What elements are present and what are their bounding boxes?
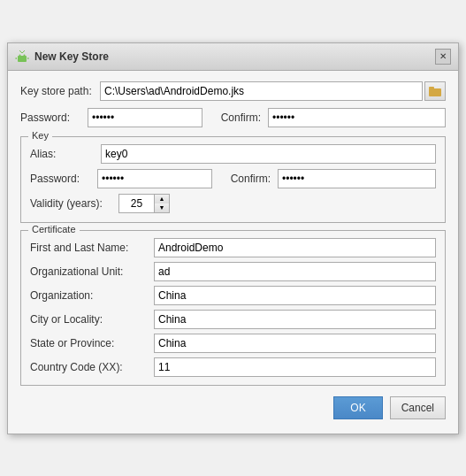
key-confirm-input[interactable] bbox=[278, 169, 436, 188]
key-confirm-label: Confirm: bbox=[219, 173, 271, 185]
keystore-path-input[interactable] bbox=[100, 81, 423, 101]
cert-label-4: State or Province: bbox=[30, 337, 154, 349]
new-key-store-dialog: New Key Store ✕ Key store path: Password… bbox=[7, 42, 459, 434]
svg-point-2 bbox=[24, 54, 26, 56]
cert-input-2[interactable] bbox=[154, 286, 436, 305]
validity-spinner: ▲ ▼ bbox=[118, 194, 170, 213]
cert-row-3: City or Locality: bbox=[30, 310, 436, 329]
cert-label-1: Organizational Unit: bbox=[30, 265, 154, 278]
key-password-label: Password: bbox=[30, 173, 90, 185]
keystore-path-row: Key store path: bbox=[20, 81, 446, 101]
ok-button[interactable]: OK bbox=[333, 396, 382, 419]
top-confirm-input[interactable] bbox=[268, 108, 446, 127]
key-group: Key Alias: Password: Confirm: Validity (… bbox=[20, 136, 446, 223]
svg-line-6 bbox=[22, 50, 25, 53]
key-password-row: Password: Confirm: bbox=[30, 169, 436, 188]
validity-label: Validity (years): bbox=[30, 197, 118, 210]
keystore-path-label: Key store path: bbox=[20, 85, 100, 97]
cert-label-3: City or Locality: bbox=[30, 313, 154, 326]
svg-line-5 bbox=[19, 50, 22, 53]
key-group-label: Key bbox=[28, 130, 52, 141]
alias-input[interactable] bbox=[101, 144, 436, 164]
cert-input-5[interactable] bbox=[154, 357, 436, 377]
cancel-button[interactable]: Cancel bbox=[390, 396, 446, 419]
close-button[interactable]: ✕ bbox=[435, 49, 451, 65]
svg-rect-8 bbox=[429, 87, 434, 89]
title-bar: New Key Store ✕ bbox=[8, 43, 458, 71]
certificate-group-label: Certificate bbox=[28, 224, 80, 234]
svg-rect-7 bbox=[429, 88, 441, 96]
button-row: OK Cancel bbox=[20, 396, 446, 423]
validity-input[interactable] bbox=[118, 194, 154, 213]
folder-icon bbox=[429, 86, 441, 96]
spinner-down-button[interactable]: ▼ bbox=[155, 203, 169, 212]
cert-input-4[interactable] bbox=[154, 334, 436, 353]
android-icon bbox=[15, 50, 29, 64]
top-password-label: Password: bbox=[20, 111, 80, 124]
svg-point-1 bbox=[19, 54, 21, 56]
cert-row-5: Country Code (XX): bbox=[30, 357, 436, 377]
spinner-buttons: ▲ ▼ bbox=[154, 194, 170, 213]
top-password-input[interactable] bbox=[88, 108, 202, 127]
alias-row: Alias: bbox=[30, 144, 436, 164]
cert-input-0[interactable] bbox=[154, 238, 436, 257]
cert-label-0: First and Last Name: bbox=[30, 242, 154, 254]
top-password-row: Password: Confirm: bbox=[20, 108, 446, 127]
key-password-input[interactable] bbox=[97, 169, 212, 188]
cert-row-4: State or Province: bbox=[30, 334, 436, 353]
cert-label-5: Country Code (XX): bbox=[30, 361, 154, 373]
certificate-group: Certificate First and Last Name: Organiz… bbox=[20, 230, 446, 386]
cert-row-0: First and Last Name: bbox=[30, 238, 436, 257]
title-bar-title: New Key Store bbox=[34, 50, 430, 63]
browse-button[interactable] bbox=[424, 81, 446, 101]
cert-row-1: Organizational Unit: bbox=[30, 262, 436, 281]
top-confirm-label: Confirm: bbox=[210, 111, 261, 124]
cert-row-2: Organization: bbox=[30, 286, 436, 305]
validity-row: Validity (years): ▲ ▼ bbox=[30, 194, 436, 213]
cert-input-1[interactable] bbox=[154, 262, 436, 281]
spinner-up-button[interactable]: ▲ bbox=[155, 195, 169, 203]
cert-input-3[interactable] bbox=[154, 310, 436, 329]
svg-rect-0 bbox=[18, 56, 27, 62]
alias-label: Alias: bbox=[30, 148, 101, 160]
dialog-body: Key store path: Password: Confirm: Key A… bbox=[8, 71, 458, 434]
cert-label-2: Organization: bbox=[30, 289, 154, 302]
